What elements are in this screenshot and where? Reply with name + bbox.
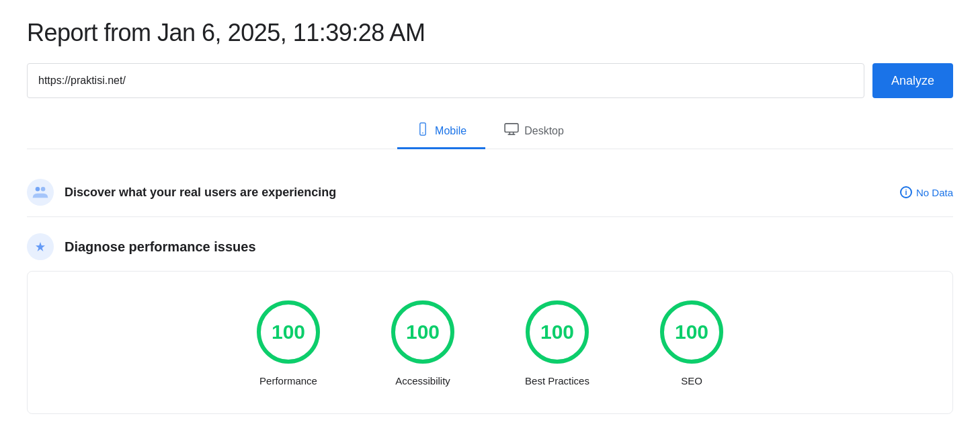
score-label-accessibility: Accessibility [395,375,450,387]
score-label-seo: SEO [681,375,702,387]
score-ring-seo: 100 [658,298,725,366]
score-label-performance: Performance [259,375,317,387]
no-data-label: No Data [916,187,953,198]
score-item-best-practices[interactable]: 100 Best Practices [524,298,591,387]
crux-left: Discover what your real users are experi… [27,179,336,206]
tab-mobile-label: Mobile [435,125,466,137]
diagnose-icon [27,233,54,260]
crux-title: Discover what your real users are experi… [65,186,336,200]
url-input[interactable] [27,63,864,98]
url-bar-row: Analyze [27,63,953,98]
svg-rect-2 [505,124,518,132]
score-ring-performance: 100 [255,298,322,366]
svg-point-7 [41,187,46,192]
score-item-seo[interactable]: 100 SEO [658,298,725,387]
tab-desktop-label: Desktop [524,125,564,137]
svg-point-1 [422,132,423,134]
diagnose-section: Diagnose performance issues [27,233,953,260]
score-value-performance: 100 [272,321,305,343]
score-value-best-practices: 100 [540,321,574,343]
score-ring-best-practices: 100 [524,298,591,366]
score-value-seo: 100 [675,321,708,343]
scores-card: 100 Performance 100 Accessibility 100 [27,271,953,414]
info-icon: i [900,186,912,198]
analyze-button[interactable]: Analyze [872,63,953,98]
score-label-best-practices: Best Practices [525,375,589,387]
tab-mobile[interactable]: Mobile [397,114,485,149]
score-item-accessibility[interactable]: 100 Accessibility [389,298,456,387]
desktop-icon [504,123,519,138]
score-ring-accessibility: 100 [389,298,456,366]
report-title: Report from Jan 6, 2025, 11:39:28 AM [27,19,953,47]
tab-desktop[interactable]: Desktop [485,114,583,149]
score-value-accessibility: 100 [406,321,440,343]
no-data-badge[interactable]: i No Data [900,186,953,198]
crux-section: Discover what your real users are experi… [27,168,953,217]
page-container: Report from Jan 6, 2025, 11:39:28 AM Ana… [0,0,980,441]
svg-point-6 [36,187,40,192]
score-item-performance[interactable]: 100 Performance [255,298,322,387]
tabs-row: Mobile Desktop [27,114,953,149]
mobile-icon [416,122,430,139]
crux-icon [27,179,54,206]
diagnose-title: Diagnose performance issues [65,239,256,255]
